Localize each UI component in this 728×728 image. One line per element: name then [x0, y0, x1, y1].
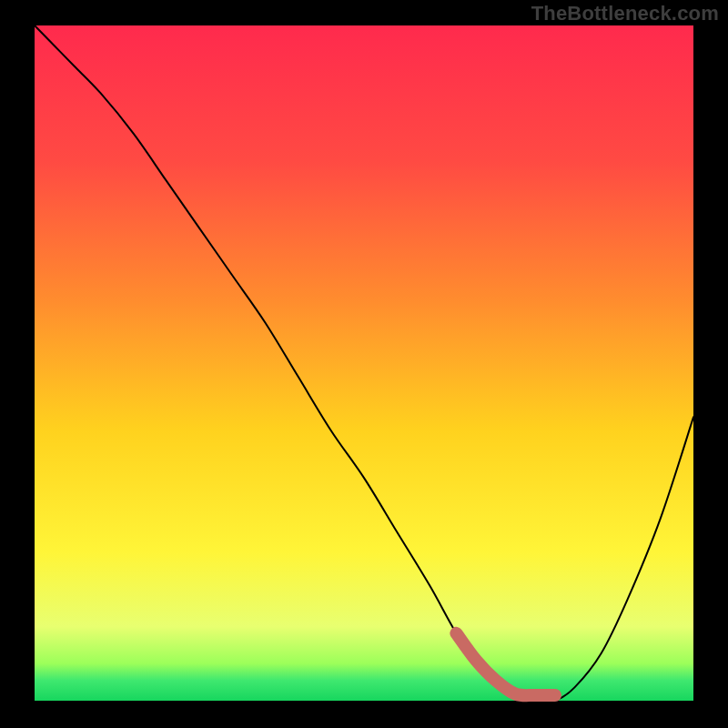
chart-frame: TheBottleneck.com	[0, 0, 728, 728]
plot-background	[35, 25, 693, 701]
watermark-text: TheBottleneck.com	[531, 2, 719, 25]
bottleneck-chart	[0, 0, 728, 728]
